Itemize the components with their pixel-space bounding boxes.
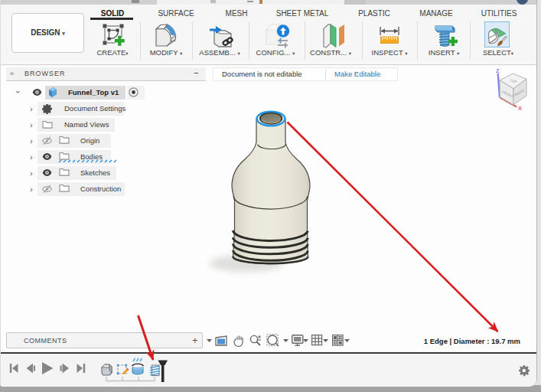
svg-text:Z: Z	[496, 67, 500, 74]
svg-text:X: X	[518, 105, 522, 112]
